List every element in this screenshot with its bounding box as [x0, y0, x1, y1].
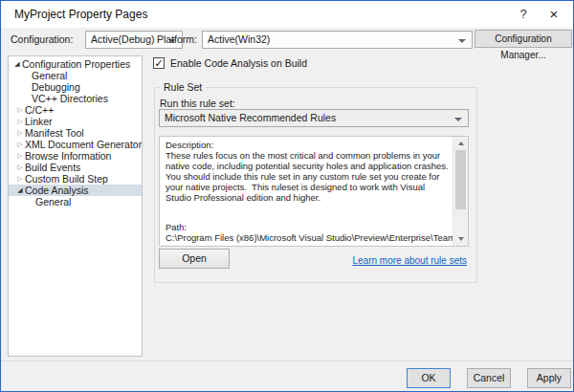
description-text: These rules focus on the most critical a…: [166, 150, 450, 203]
chevron-down-icon: [458, 39, 466, 43]
expander-icon[interactable]: ▷: [15, 150, 25, 162]
scroll-up-icon: [458, 142, 464, 145]
tree-item-build-events[interactable]: ▷Build Events: [9, 162, 142, 173]
configuration-dropdown-value: Active(Debug): [91, 33, 155, 45]
expander-icon[interactable]: ▷: [15, 104, 25, 116]
tree-item-label: Code Analysis: [25, 185, 89, 196]
tree-item-label: General: [35, 196, 71, 207]
tree-item-label: Build Events: [25, 162, 80, 173]
apply-button[interactable]: Apply: [527, 368, 571, 388]
tree-item-general[interactable]: General: [9, 70, 142, 81]
expander-icon[interactable]: ▷: [15, 162, 25, 173]
tree-item-label: Linker: [25, 116, 53, 127]
enable-code-analysis-checkbox[interactable]: ✓: [153, 57, 165, 69]
open-button[interactable]: Open: [159, 249, 230, 269]
tree-item-vcpp-directories[interactable]: VC++ Directories: [9, 93, 142, 104]
scroll-down-icon: [458, 237, 464, 241]
property-pages-dialog: MyProject Property Pages ? × Configurati…: [0, 0, 574, 392]
expander-icon[interactable]: ▷: [15, 139, 25, 150]
description-title: Description:: [166, 140, 450, 150]
expander-icon[interactable]: ◢: [15, 185, 25, 196]
enable-code-analysis-label: Enable Code Analysis on Build: [170, 55, 307, 71]
platform-dropdown-value: Active(Win32): [208, 33, 270, 45]
property-tree: ◢Configuration Properties General Debugg…: [8, 55, 143, 357]
help-icon[interactable]: ?: [510, 1, 537, 28]
scrollbar-up-button[interactable]: [453, 137, 468, 150]
tree-item-label: Debugging: [32, 81, 80, 93]
cancel-button[interactable]: Cancel: [467, 368, 511, 388]
tree-item-xml-document-generator[interactable]: ▷XML Document Generator: [9, 139, 142, 150]
expander-icon[interactable]: ▷: [15, 173, 25, 185]
rule-set-dropdown-value: Microsoft Native Recommended Rules: [165, 112, 336, 123]
tree-item-c-cpp[interactable]: ▷C/C++: [9, 104, 142, 116]
path-value: C:\Program Files (x86)\Microsoft Visual …: [166, 232, 453, 243]
path-label: Path:: [166, 222, 453, 232]
tree-item-debugging[interactable]: Debugging: [9, 81, 142, 93]
learn-more-link[interactable]: Learn more about rule sets: [352, 255, 467, 267]
title-bar: MyProject Property Pages ? ×: [1, 1, 573, 28]
platform-dropdown[interactable]: Active(Win32): [202, 31, 473, 49]
window-title: MyProject Property Pages: [14, 1, 147, 28]
tree-item-linker[interactable]: ▷Linker: [9, 116, 142, 127]
tree-item-label: Configuration Properties: [22, 58, 130, 70]
scrollbar-thumb[interactable]: [455, 150, 466, 209]
path-block: Path: C:\Program Files (x86)\Microsoft V…: [166, 222, 453, 243]
tree-item-code-analysis[interactable]: ◢Code Analysis: [9, 185, 142, 196]
scrollbar-down-button[interactable]: [453, 232, 468, 246]
tree-item-code-analysis-general[interactable]: General: [9, 196, 142, 207]
configuration-label: Configuration:: [11, 31, 73, 49]
tree-item-label: VC++ Directories: [32, 93, 108, 104]
configuration-manager-button[interactable]: Configuration Manager...: [475, 30, 572, 48]
tree-item-label: Manifest Tool: [25, 127, 84, 139]
tree-item-label: General: [32, 70, 67, 81]
platform-label: Platform:: [157, 31, 197, 49]
description-scrollbar[interactable]: [453, 137, 468, 246]
expander-icon[interactable]: ▷: [15, 116, 25, 127]
tree-item-label: Custom Build Step: [25, 173, 108, 185]
rule-set-description-box: Description: These rules focus on the mo…: [159, 136, 469, 247]
tree-item-custom-build-step[interactable]: ▷Custom Build Step: [9, 173, 142, 185]
tree-item-label: Browse Information: [25, 150, 111, 162]
checkmark-icon: ✓: [154, 57, 163, 69]
tree-item-manifest-tool[interactable]: ▷Manifest Tool: [9, 127, 142, 139]
expander-icon[interactable]: ▷: [15, 127, 25, 139]
rule-set-group-title: Rule Set: [160, 81, 206, 93]
tree-item-browse-information[interactable]: ▷Browse Information: [9, 150, 142, 162]
close-icon[interactable]: ×: [541, 1, 567, 28]
tree-item-configuration-properties[interactable]: ◢Configuration Properties: [9, 58, 142, 70]
expander-icon[interactable]: ◢: [12, 58, 22, 70]
tree-item-label: XML Document Generator: [25, 139, 142, 150]
tree-item-label: C/C++: [25, 104, 54, 116]
ok-button[interactable]: OK: [407, 368, 451, 388]
rule-set-dropdown[interactable]: Microsoft Native Recommended Rules: [159, 109, 469, 127]
footer-divider: [1, 360, 573, 361]
chevron-down-icon: [454, 118, 462, 121]
